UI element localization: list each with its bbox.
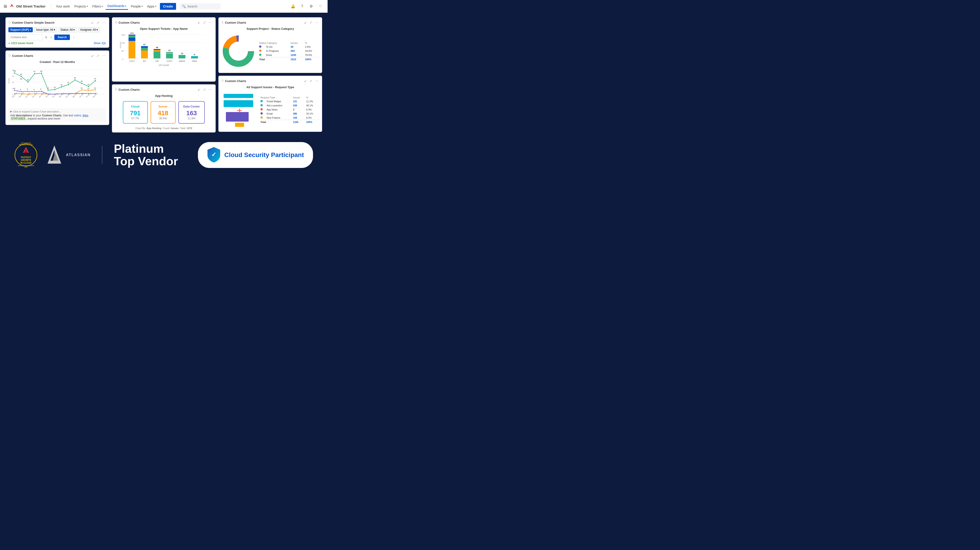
- svg-point-16: [47, 89, 49, 91]
- donut-panel: ⠿ Custom Charts ↙ ⤢ ⋯ Support Project - …: [218, 17, 322, 73]
- nav-divider: [51, 3, 51, 10]
- cloud-number: 791: [128, 109, 143, 117]
- profile-icon[interactable]: ♡: [317, 3, 324, 10]
- inprogress-label: In Progress: [266, 49, 291, 53]
- svg-text:15: 15: [54, 86, 56, 89]
- donut-expand-btn[interactable]: ⤢: [309, 20, 313, 25]
- contains-text-input[interactable]: [8, 34, 43, 40]
- nav-filters[interactable]: Filters ▾: [91, 3, 105, 10]
- badge-main-text: FASTEST GROWTHIN CLOUD: [17, 156, 35, 164]
- svg-point-49: [88, 90, 89, 91]
- svg-text:8: 8: [33, 89, 35, 91]
- nav-your-work[interactable]: Your work: [54, 3, 72, 10]
- total-pct: 100%: [305, 57, 319, 61]
- assignee-filter[interactable]: Assignee: All ▾: [78, 27, 100, 33]
- grid-icon[interactable]: ⊞: [4, 4, 7, 9]
- sort-icon[interactable]: ⇅: [44, 35, 48, 40]
- line-minimize-btn[interactable]: ↙: [90, 54, 95, 58]
- drag-handle-2[interactable]: ⠿: [8, 54, 11, 57]
- bar-chart-panel-title: Custom Charts: [119, 21, 140, 24]
- minimize-btn[interactable]: ↙: [90, 20, 95, 25]
- create-button[interactable]: Create: [160, 3, 176, 10]
- bar-chart-svg: 150 100 50 0 ISSUES: [115, 32, 213, 78]
- search-panel: ⠿ Custom Charts Simple Search ↙ ⤢ ⋯ Supp…: [5, 17, 109, 48]
- notifications-icon[interactable]: 🔔: [290, 3, 297, 10]
- datacenter-number: 163: [183, 109, 200, 117]
- line-more-btn[interactable]: ⋯: [101, 54, 106, 58]
- inprogress-dot: [259, 49, 261, 52]
- drag-handle-4[interactable]: ⠿: [115, 88, 117, 91]
- bp-col-type: Request Type: [261, 96, 293, 99]
- legend-col-pct: %: [305, 41, 319, 45]
- svg-text:24: 24: [60, 84, 62, 86]
- todo-issues: 39: [291, 45, 305, 49]
- todo-dot: [259, 46, 261, 48]
- feature-pct: 9.3%: [306, 116, 319, 120]
- bar-more-btn[interactable]: ⋯: [208, 20, 213, 25]
- svg-rect-115: [191, 56, 198, 57]
- description-toggle[interactable]: ▶ Click to expand Custom Chart descripti…: [10, 110, 104, 113]
- svg-rect-133: [235, 123, 244, 127]
- svg-text:43: 43: [94, 78, 96, 80]
- nav-people[interactable]: People ▾: [129, 3, 145, 10]
- bar-minimize-btn[interactable]: ↙: [197, 20, 201, 25]
- nav-apps[interactable]: Apps ▾: [145, 3, 158, 10]
- search-button[interactable]: Search: [54, 35, 70, 40]
- inprogress-pct: 18.6%: [305, 49, 319, 53]
- issue-type-filter[interactable]: Issue type: All ▾: [34, 27, 57, 33]
- svg-text:60: 60: [12, 75, 14, 77]
- show-jql-link[interactable]: Show JQL: [94, 41, 106, 45]
- chevron-right-icon: ▶: [10, 110, 12, 113]
- drag-handle[interactable]: ⠿: [8, 21, 11, 24]
- done-dot: [259, 54, 261, 56]
- svg-rect-104: [154, 50, 161, 52]
- bp-row-feature: New Feature 108 9.3%: [261, 116, 319, 120]
- badge-top-text: ATLASSIAN MARKETPLACE: [17, 142, 35, 146]
- add-filter-icon[interactable]: +: [49, 35, 53, 40]
- boxplot-more-btn[interactable]: ⋯: [314, 79, 319, 83]
- svg-text:ISSUES: ISSUES: [119, 41, 121, 48]
- more-btn[interactable]: ⋯: [101, 20, 106, 25]
- drag-handle-3[interactable]: ⠿: [115, 21, 117, 24]
- svg-rect-107: [166, 54, 173, 59]
- check-icon: ●: [8, 41, 10, 45]
- search-filters: Support (SUP) ▾ Issue type: All ▾ Status…: [8, 27, 106, 33]
- svg-rect-100: [141, 48, 148, 51]
- ideas-dot: [261, 108, 263, 111]
- hosting-more-btn[interactable]: ⋯: [208, 87, 213, 92]
- support-filter-tag[interactable]: Support (SUP) ▾: [8, 27, 33, 32]
- svg-point-11: [14, 72, 15, 74]
- search-more-btn[interactable]: ⋮: [71, 35, 76, 40]
- total-label: Total: [259, 57, 291, 61]
- status-filter[interactable]: Status: All ▾: [59, 27, 77, 33]
- description-body: Add descriptions to your Custom Charts. …: [10, 114, 104, 120]
- svg-text:ISSUES: ISSUES: [8, 78, 10, 84]
- boxplot-expand-btn[interactable]: ⤢: [309, 79, 313, 83]
- boxplot-panel-header: ⠿ Custom Charts ↙ ⤢ ⋯: [221, 79, 319, 83]
- settings-icon[interactable]: ⚙: [307, 3, 315, 10]
- svg-rect-108: [166, 53, 173, 54]
- line-expand-btn[interactable]: ⤢: [96, 54, 100, 58]
- svg-point-55: [21, 91, 22, 92]
- expand-btn[interactable]: ⤢: [96, 20, 100, 25]
- nav-projects[interactable]: Projects ▾: [73, 3, 90, 10]
- datacenter-card: Data Center 163 11.9%: [178, 101, 205, 124]
- donut-more-btn[interactable]: ⋯: [314, 20, 319, 25]
- drag-handle-6[interactable]: ⠿: [221, 79, 224, 83]
- bar-expand-btn[interactable]: ⤢: [202, 20, 207, 25]
- hosting-expand-btn[interactable]: ⤢: [202, 87, 207, 92]
- datacenter-title: Data Center: [183, 105, 200, 108]
- search-panel-header: ⠿ Custom Charts Simple Search ↙ ⤢ ⋯: [8, 20, 106, 25]
- search-input[interactable]: [187, 5, 215, 8]
- hosting-minimize-btn[interactable]: ↙: [197, 87, 201, 92]
- search-bar[interactable]: 🔍: [180, 3, 221, 10]
- drag-handle-5[interactable]: ⠿: [221, 21, 224, 24]
- donut-chart-title: Support Project - Status Category: [221, 27, 319, 30]
- hosting-footer: Chart By: App Hosting Count: Issues Tota…: [115, 125, 213, 130]
- svg-text:8: 8: [20, 89, 21, 91]
- donut-minimize-btn[interactable]: ↙: [303, 20, 308, 25]
- nav-dashboards[interactable]: Dashboards ▾: [105, 3, 128, 10]
- help-icon[interactable]: ?: [299, 3, 306, 10]
- people-arrow: ▾: [142, 5, 143, 8]
- boxplot-minimize-btn[interactable]: ↙: [303, 79, 308, 83]
